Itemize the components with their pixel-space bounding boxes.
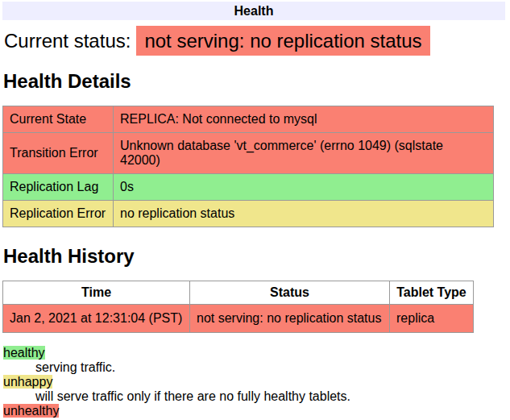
page-header: Health — [2, 2, 505, 20]
detail-value-cell: 0s — [114, 174, 494, 201]
legend-term: healthy — [3, 346, 508, 360]
history-column-status: Status — [190, 281, 390, 305]
health-history-heading: Health History — [3, 245, 508, 268]
legend-term: unhealthy — [3, 404, 508, 418]
health-details-row: Replication Error no replication status — [3, 201, 494, 227]
detail-label-cell: Replication Lag — [3, 174, 114, 201]
history-time-cell: Jan 2, 2021 at 12:31:04 (PST) — [3, 305, 190, 333]
health-details-table: Current State REPLICA: Not connected to … — [2, 106, 494, 227]
health-page: Health Current status:not serving: no re… — [0, 0, 510, 420]
history-column-tablet-type: Tablet Type — [390, 281, 474, 305]
health-details-heading: Health Details — [3, 70, 508, 93]
legend-term-healthy: healthy — [3, 346, 45, 360]
history-status-cell: not serving: no replication status — [190, 305, 390, 333]
detail-label-cell: Replication Error — [3, 201, 114, 227]
detail-label-cell: Transition Error — [3, 133, 114, 174]
current-status-line: Current status:not serving: no replicati… — [4, 27, 508, 56]
legend-description: will serve traffic only if there are no … — [35, 389, 508, 404]
legend-term-unhealthy: unhealthy — [3, 404, 59, 418]
legend-term-unhappy: unhappy — [3, 375, 52, 389]
detail-value-cell: no replication status — [114, 201, 494, 227]
history-tablet-type-cell: replica — [390, 305, 474, 333]
history-header-row: Time Status Tablet Type — [3, 281, 474, 305]
page-title: Health — [234, 4, 274, 18]
legend-description: serving traffic. — [35, 360, 508, 375]
legend-term: unhappy — [3, 375, 508, 389]
health-history-table: Time Status Tablet Type Jan 2, 2021 at 1… — [2, 281, 474, 333]
status-legend: healthy serving traffic. unhappy will se… — [3, 346, 508, 420]
current-status-value: not serving: no replication status — [136, 26, 429, 56]
detail-label-cell: Current State — [3, 106, 114, 133]
detail-value-cell: Unknown database 'vt_commerce' (errno 10… — [114, 133, 494, 174]
history-column-time: Time — [3, 281, 190, 305]
detail-value-cell: REPLICA: Not connected to mysql — [114, 106, 494, 133]
health-details-row: Replication Lag 0s — [3, 174, 494, 201]
health-details-row: Current State REPLICA: Not connected to … — [3, 106, 494, 133]
health-details-row: Transition Error Unknown database 'vt_co… — [3, 133, 494, 174]
current-status-label: Current status: — [4, 30, 131, 52]
history-row: Jan 2, 2021 at 12:31:04 (PST) not servin… — [3, 305, 474, 333]
